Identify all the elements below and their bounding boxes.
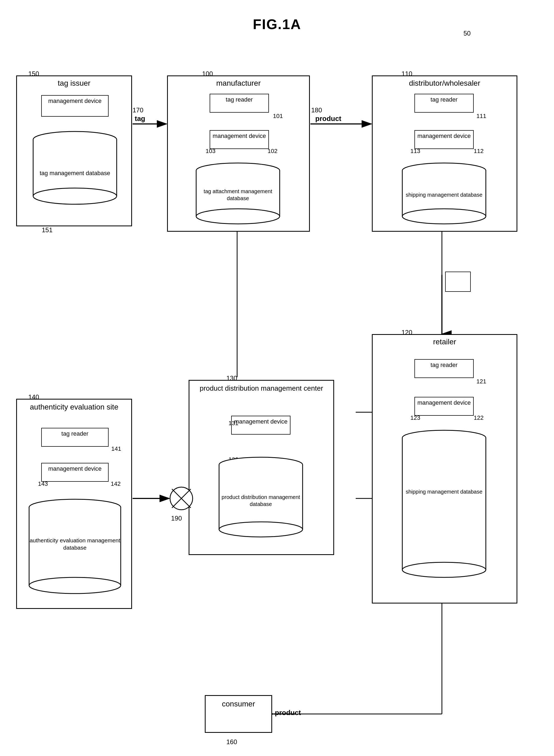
manufacturer-box: manufacturer tag reader 101 management d… <box>167 75 310 232</box>
manufacturer-tag-reader: tag reader <box>210 94 269 113</box>
retailer-tag-reader: tag reader <box>414 359 474 378</box>
auth-site-tag-reader: tag reader <box>41 428 109 447</box>
auth-site-db: authenticity evaluation management datab… <box>25 498 125 600</box>
product-dist-db-label: product distribution management database <box>216 493 305 508</box>
ref-103: 103 <box>206 148 216 155</box>
product-dist-mgmt-device: management device <box>231 416 290 434</box>
ref-110: 110 <box>401 70 412 77</box>
tag-issuer-db: tag management database <box>31 130 119 208</box>
manufacturer-label: manufacturer <box>168 76 309 90</box>
network-node-left <box>169 486 193 511</box>
tag-issuer-mgmt-label: management device <box>42 96 108 107</box>
distributor-mgmt-device: management device <box>414 130 474 149</box>
auth-site-db-label: authenticity evaluation management datab… <box>25 537 125 551</box>
tag-arrow-label: tag <box>135 115 145 123</box>
retailer-mgmt-label: management device <box>415 397 473 408</box>
retailer-label: retailer <box>373 335 516 349</box>
product-dist-label: product distribution management center <box>189 381 333 396</box>
ref-101: 101 <box>273 113 283 120</box>
ref-160: 160 <box>226 738 237 746</box>
retailer-db: shipping management database <box>400 429 489 585</box>
svg-point-61 <box>402 562 486 577</box>
product-consumer-label: product <box>275 709 301 717</box>
ref-151: 151 <box>42 226 53 234</box>
ref-180: 180 <box>311 106 322 114</box>
svg-point-30 <box>33 188 117 204</box>
ref-131: 131 <box>228 420 238 427</box>
page-title: FIG.1A <box>0 0 554 32</box>
svg-point-45 <box>29 577 121 593</box>
ref-143: 143 <box>38 480 48 487</box>
tag-issuer-mgmt-device: management device <box>41 95 109 117</box>
distributor-db: shipping management database <box>400 163 489 227</box>
ref-100: 100 <box>202 70 213 77</box>
manufacturer-db: tag attachment management database <box>193 163 282 227</box>
manufacturer-tag-reader-label: tag reader <box>210 94 268 105</box>
manufacturer-db-label: tag attachment management database <box>193 188 282 202</box>
ref-150: 150 <box>28 70 39 77</box>
ref-170: 170 <box>132 106 143 114</box>
ref-140: 140 <box>28 393 39 401</box>
svg-point-40 <box>402 209 486 224</box>
auth-site-label: authenticity evaluation site <box>17 400 131 415</box>
retailer-db-label: shipping management database <box>400 488 489 495</box>
ref-111: 111 <box>477 113 486 120</box>
tag-issuer-box: tag issuer management device tag managem… <box>16 75 132 226</box>
product-arrow-label: product <box>315 115 341 123</box>
ref-112: 112 <box>474 148 484 155</box>
distributor-tag-reader: tag reader <box>414 94 474 113</box>
distributor-db-label: shipping management database <box>400 191 489 198</box>
ref-123: 123 <box>410 414 420 421</box>
svg-point-35 <box>196 209 280 224</box>
ref-122: 122 <box>474 414 484 421</box>
tag-issuer-label: tag issuer <box>17 76 131 90</box>
auth-site-box: authenticity evaluation site tag reader … <box>16 399 132 609</box>
ref-130: 130 <box>226 374 237 382</box>
svg-rect-58 <box>402 438 486 570</box>
ref-120: 120 <box>401 329 412 336</box>
ref-50: 50 <box>463 30 471 37</box>
distributor-box: distributor/wholesaler tag reader 111 ma… <box>372 75 517 232</box>
product-dist-mgmt-label: management device <box>232 416 290 427</box>
product-dist-db: product distribution management database <box>216 456 305 545</box>
distributor-tag-reader-label: tag reader <box>415 94 473 105</box>
consumer-label: consumer <box>206 696 271 712</box>
pro-duct-box <box>445 272 471 292</box>
retailer-tag-reader-label: tag reader <box>415 360 473 371</box>
svg-point-50 <box>219 522 302 537</box>
ref-190-left: 190 <box>171 515 182 522</box>
manufacturer-mgmt-label: management device <box>210 131 268 142</box>
auth-site-mgmt-device: management device <box>41 463 109 482</box>
ref-102: 102 <box>268 148 278 155</box>
tag-issuer-db-label: tag management database <box>31 169 119 177</box>
ref-142: 142 <box>111 480 121 487</box>
consumer-box: consumer <box>205 695 272 733</box>
distributor-mgmt-label: management device <box>415 131 473 142</box>
manufacturer-mgmt-device: management device <box>210 130 269 149</box>
retailer-box: retailer tag reader 121 management devic… <box>372 334 517 603</box>
distributor-label: distributor/wholesaler <box>373 76 516 90</box>
ref-113: 113 <box>410 148 420 155</box>
ref-141: 141 <box>111 445 121 452</box>
ref-121: 121 <box>477 378 486 385</box>
auth-site-tag-reader-label: tag reader <box>42 428 108 440</box>
retailer-mgmt-device: management device <box>414 397 474 416</box>
product-dist-box: product distribution management center m… <box>188 380 334 555</box>
auth-site-mgmt-label: management device <box>42 463 108 474</box>
